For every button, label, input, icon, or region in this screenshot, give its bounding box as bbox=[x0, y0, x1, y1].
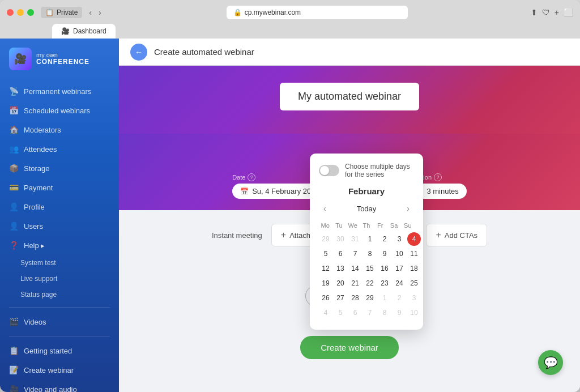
cal-day[interactable]: 11 bbox=[407, 247, 421, 261]
cal-day[interactable]: 29 bbox=[319, 232, 332, 246]
cal-day[interactable]: 23 bbox=[378, 276, 391, 290]
traffic-lights bbox=[7, 9, 34, 16]
cal-day-today[interactable]: 4 bbox=[407, 232, 421, 246]
getting-started-label: Getting started bbox=[24, 347, 72, 355]
add-ctas-button[interactable]: + Add CTAs bbox=[426, 224, 487, 246]
cal-day[interactable]: 10 bbox=[407, 306, 421, 319]
address-input[interactable]: 🔒 cp.mywebinar.com bbox=[227, 6, 408, 19]
create-webinar-icon: 📝 bbox=[9, 365, 18, 374]
sidebar-item-help[interactable]: ❓ Help ▸ bbox=[0, 236, 119, 255]
sidebar-item-scheduled-webinars[interactable]: 📅 Scheduled webinars bbox=[0, 101, 119, 120]
cal-day[interactable]: 17 bbox=[393, 262, 406, 275]
cal-day[interactable]: 7 bbox=[348, 247, 362, 261]
content-area: My automated webinar Date ? bbox=[119, 66, 580, 392]
cal-day[interactable]: 24 bbox=[393, 276, 406, 290]
cal-day[interactable]: 14 bbox=[348, 262, 362, 275]
multiple-days-label: Choose multiple days for the series bbox=[345, 163, 414, 178]
cal-day[interactable]: 5 bbox=[334, 306, 347, 319]
cal-day[interactable]: 13 bbox=[334, 262, 347, 275]
forward-arrow[interactable]: › bbox=[96, 7, 104, 18]
cal-day[interactable]: 16 bbox=[378, 262, 391, 275]
active-tab[interactable]: 🎥 Dashboard bbox=[52, 24, 116, 39]
cal-day[interactable]: 5 bbox=[319, 247, 332, 261]
maximize-button[interactable] bbox=[27, 9, 34, 16]
cal-day[interactable]: 6 bbox=[348, 306, 362, 319]
sidebar-item-attendees[interactable]: 👥 Attendees bbox=[0, 139, 119, 159]
cal-day[interactable]: 12 bbox=[319, 262, 332, 275]
cal-day[interactable]: 19 bbox=[319, 276, 332, 290]
sidebar-item-payment[interactable]: 💳 Payment bbox=[0, 178, 119, 197]
calendar-week-2: 5 6 7 8 9 10 11 bbox=[319, 247, 414, 261]
private-label: Private bbox=[57, 8, 78, 16]
windows-icon[interactable]: ⬜ bbox=[564, 8, 573, 17]
minimize-button[interactable] bbox=[17, 9, 24, 16]
cal-day[interactable]: 18 bbox=[407, 262, 421, 275]
app-layout: 🎥 my own CONFERENCE 📡 Permanent webinars… bbox=[0, 39, 580, 392]
sidebar-subitem-live-support[interactable]: Live support bbox=[0, 271, 119, 287]
tab-icon: 🎥 bbox=[61, 27, 70, 35]
create-webinar-button[interactable]: Create webinar bbox=[300, 336, 399, 359]
sidebar-subitem-system-test[interactable]: System test bbox=[0, 255, 119, 271]
duration-help-icon[interactable]: ? bbox=[434, 173, 442, 181]
share-icon[interactable]: ⬆ bbox=[531, 8, 538, 17]
add-tab-icon[interactable]: + bbox=[555, 8, 559, 17]
cal-day[interactable]: 28 bbox=[348, 291, 362, 305]
cal-day[interactable]: 1 bbox=[363, 232, 377, 246]
sidebar-item-videos[interactable]: 🎬 Videos bbox=[0, 312, 119, 331]
sidebar-item-users[interactable]: 👤 Users bbox=[0, 216, 119, 236]
cal-day[interactable]: 22 bbox=[363, 276, 377, 290]
calendar-week-3: 12 13 14 15 16 17 18 bbox=[319, 262, 414, 275]
chat-bubble[interactable]: 💬 bbox=[538, 350, 563, 375]
cal-day[interactable]: 26 bbox=[319, 291, 332, 305]
close-button[interactable] bbox=[7, 9, 14, 16]
cal-day[interactable]: 9 bbox=[393, 306, 406, 319]
cal-day[interactable]: 1 bbox=[378, 291, 391, 305]
sidebar-item-permanent-webinars[interactable]: 📡 Permanent webinars bbox=[0, 82, 119, 101]
cal-day[interactable]: 21 bbox=[348, 276, 362, 290]
calendar-week-1: 29 30 31 1 2 3 4 bbox=[319, 232, 414, 246]
cal-prev-btn[interactable]: ‹ bbox=[319, 202, 331, 215]
scheduled-webinars-label: Scheduled webinars bbox=[24, 106, 90, 115]
logo-my-own: my own bbox=[36, 52, 89, 58]
cal-next-btn[interactable]: › bbox=[402, 202, 414, 215]
logo-icon: 🎥 bbox=[9, 48, 32, 70]
cal-day[interactable]: 4 bbox=[319, 306, 332, 319]
cal-today-btn[interactable]: Today bbox=[357, 204, 377, 213]
cal-day[interactable]: 6 bbox=[334, 247, 347, 261]
cal-day[interactable]: 15 bbox=[363, 262, 377, 275]
sidebar-item-profile[interactable]: 👤 Profile bbox=[0, 197, 119, 216]
sidebar-item-create-webinar[interactable]: 📝 Create webinar bbox=[0, 360, 119, 380]
cal-day[interactable]: 31 bbox=[348, 232, 362, 246]
cal-day[interactable]: 2 bbox=[393, 291, 406, 305]
cal-day[interactable]: 30 bbox=[334, 232, 347, 246]
cal-day[interactable]: 3 bbox=[393, 232, 406, 246]
plus-icon: + bbox=[281, 230, 286, 240]
cal-day[interactable]: 8 bbox=[363, 247, 377, 261]
extensions-icon[interactable]: 🛡 bbox=[542, 8, 550, 17]
cal-day[interactable]: 2 bbox=[378, 232, 391, 246]
cal-day[interactable]: 29 bbox=[363, 291, 377, 305]
toggle-switch[interactable] bbox=[319, 165, 339, 176]
back-arrow[interactable]: ‹ bbox=[87, 7, 94, 18]
cal-day[interactable]: 9 bbox=[378, 247, 391, 261]
sidebar-subitem-status-page[interactable]: Status page bbox=[0, 287, 119, 302]
cal-day[interactable]: 3 bbox=[407, 291, 421, 305]
cal-header-th: Th bbox=[360, 221, 373, 230]
cal-day[interactable]: 7 bbox=[363, 306, 377, 319]
date-help-icon[interactable]: ? bbox=[248, 173, 255, 181]
cal-day[interactable]: 20 bbox=[334, 276, 347, 290]
calendar-nav: ‹ Today › bbox=[319, 202, 414, 215]
browser-controls: 📋 Private ‹ › bbox=[41, 7, 104, 18]
cal-day[interactable]: 25 bbox=[407, 276, 421, 290]
cal-day[interactable]: 27 bbox=[334, 291, 347, 305]
sidebar-item-storage[interactable]: 📦 Storage bbox=[0, 159, 119, 178]
private-badge: 📋 Private bbox=[41, 7, 82, 18]
sidebar-item-video-audio[interactable]: 🎥 Video and audio bbox=[0, 380, 119, 392]
sidebar-item-getting-started[interactable]: 📋 Getting started bbox=[0, 341, 119, 360]
calendar-grid: Mo Tu We Th Fr Sa Su 29 30 bbox=[319, 221, 414, 319]
cal-header-tu: Tu bbox=[332, 221, 345, 230]
cal-day[interactable]: 8 bbox=[378, 306, 391, 319]
cal-day[interactable]: 10 bbox=[393, 247, 406, 261]
sidebar-item-moderators[interactable]: 🏠 Moderators bbox=[0, 120, 119, 139]
back-button[interactable]: ← bbox=[130, 44, 147, 61]
